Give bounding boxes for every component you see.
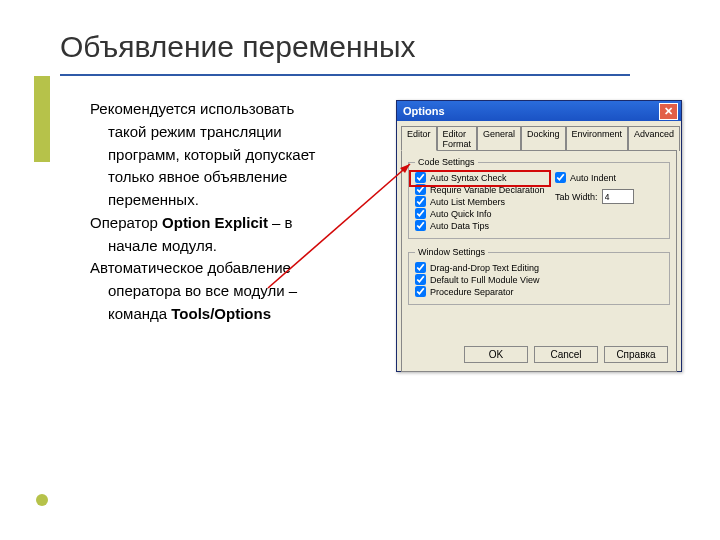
tab-docking[interactable]: Docking [521,126,566,151]
body-line: программ, который допускает [108,146,315,163]
footer-bullet [36,494,48,506]
tab-width-row: Tab Width: [555,189,663,204]
tab-width-label: Tab Width: [555,192,598,202]
tab-editor-format[interactable]: Editor Format [437,126,478,151]
tab-advanced[interactable]: Advanced [628,126,680,151]
checkbox-proc-sep[interactable] [415,286,426,297]
opt-label: Require Variable Declaration [430,185,544,195]
opt-label: Default to Full Module View [430,275,539,285]
body-line: Оператор [90,214,162,231]
tab-general[interactable]: General [477,126,521,151]
option-explicit-bold: Option Explicit [162,214,268,231]
body-line: Рекомендуется использовать [90,100,294,117]
title-underline [60,74,630,76]
opt-label: Auto Indent [570,173,616,183]
dialog-titlebar: Options ✕ [397,101,681,121]
opt-auto-list-members[interactable]: Auto List Members [415,196,555,207]
code-settings-group: Code Settings Auto Syntax Check Require … [408,157,670,239]
tab-panel: Code Settings Auto Syntax Check Require … [401,150,677,372]
tab-width-input[interactable] [602,189,634,204]
opt-label: Procedure Separator [430,287,514,297]
body-line: переменных. [108,191,199,208]
opt-label: Auto List Members [430,197,505,207]
opt-auto-data-tips[interactable]: Auto Data Tips [415,220,555,231]
checkbox-auto-syntax[interactable] [415,172,426,183]
tab-editor[interactable]: Editor [401,126,437,151]
body-line: – в [268,214,293,231]
checkbox-auto-data[interactable] [415,220,426,231]
opt-procedure-separator[interactable]: Procedure Separator [415,286,663,297]
body-line: начале модуля. [108,237,217,254]
page-title: Объявление переменных [60,30,416,64]
checkbox-require-variable[interactable] [415,184,426,195]
body-text: Рекомендуется использовать такой режим т… [90,100,380,328]
body-line: команда [108,305,171,322]
dialog-title: Options [403,105,445,117]
close-icon: ✕ [664,106,673,117]
opt-auto-indent[interactable]: Auto Indent [555,172,663,183]
checkbox-auto-list[interactable] [415,196,426,207]
opt-label: Drag-and-Drop Text Editing [430,263,539,273]
help-button[interactable]: Справка [604,346,668,363]
accent-bar [34,76,50,162]
tab-strip: Editor Editor Format General Docking Env… [397,121,681,150]
body-line: Автоматическое добавление [90,259,291,276]
checkbox-auto-quick[interactable] [415,208,426,219]
body-line: такой режим трансляции [108,123,282,140]
code-settings-legend: Code Settings [415,157,478,167]
window-settings-legend: Window Settings [415,247,488,257]
checkbox-full-module[interactable] [415,274,426,285]
opt-label: Auto Data Tips [430,221,489,231]
tools-options-bold: Tools/Options [171,305,271,322]
opt-drag-drop[interactable]: Drag-and-Drop Text Editing [415,262,663,273]
opt-require-variable-declaration[interactable]: Require Variable Declaration [415,184,555,195]
opt-full-module[interactable]: Default to Full Module View [415,274,663,285]
opt-auto-syntax-check[interactable]: Auto Syntax Check [415,172,555,183]
opt-auto-quick-info[interactable]: Auto Quick Info [415,208,555,219]
opt-label: Auto Syntax Check [430,173,507,183]
options-dialog: Options ✕ Editor Editor Format General D… [396,100,682,372]
ok-button[interactable]: OK [464,346,528,363]
body-line: только явное объявление [108,168,287,185]
window-settings-group: Window Settings Drag-and-Drop Text Editi… [408,247,670,305]
body-line: оператора во все модули – [108,282,297,299]
tab-environment[interactable]: Environment [566,126,629,151]
close-button[interactable]: ✕ [659,103,678,120]
checkbox-drag-drop[interactable] [415,262,426,273]
dialog-button-bar: OK Cancel Справка [464,346,668,363]
checkbox-auto-indent[interactable] [555,172,566,183]
opt-label: Auto Quick Info [430,209,492,219]
cancel-button[interactable]: Cancel [534,346,598,363]
